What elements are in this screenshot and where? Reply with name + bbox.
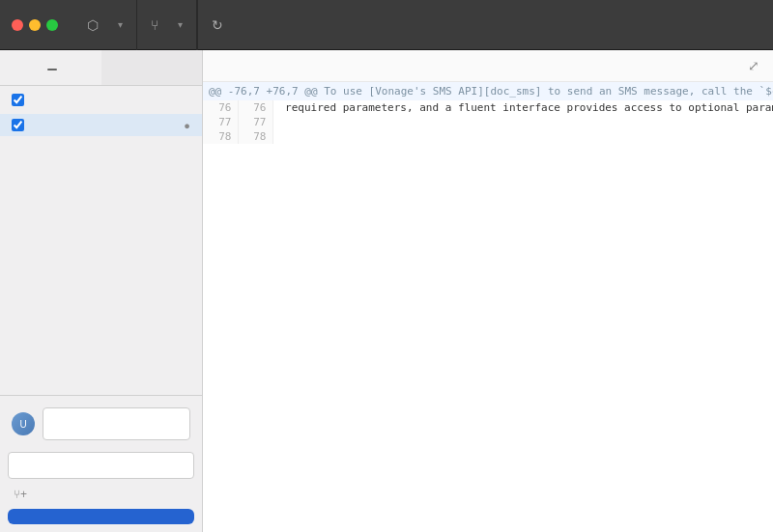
file-item-readme[interactable]: ● [0,114,202,136]
table-row: 78 78 [203,129,773,144]
commit-message-input[interactable] [43,407,190,440]
line-num-old: 76 [203,100,238,115]
close-button[interactable] [12,19,23,31]
line-num-old: 77 [203,115,238,129]
line-num-new: 78 [238,129,272,144]
tab-changes[interactable] [0,50,101,85]
maximize-button[interactable] [46,19,58,31]
select-all-checkbox[interactable] [12,94,24,106]
traffic-lights [12,19,58,31]
branch-section[interactable]: ⑂ ▾ [137,0,197,50]
tab-history[interactable] [101,50,203,85]
line-num-old: 78 [203,129,238,144]
table-row: 76 76 required parameters, and a fluent … [203,100,773,115]
commit-button[interactable] [8,509,194,524]
repo-section[interactable]: ⬡ ▾ [73,0,137,50]
file-checkbox-readme[interactable] [12,119,24,131]
repo-icon: ⬡ [87,17,99,33]
line-num-new: 76 [238,100,272,115]
hunk-header-1: @@ -76,7 +76,7 @@ To use [Vonage's SMS A… [203,82,773,100]
hunk-label-1: @@ -76,7 +76,7 @@ To use [Vonage's SMS A… [203,82,773,100]
changes-badge [47,69,57,70]
minimize-button[interactable] [29,19,41,31]
commit-author-row: U [8,404,194,448]
line-num-new: 77 [238,115,272,129]
diff-header: ⤢ [203,50,773,82]
line-code: required parameters, and a fluent interf… [272,100,773,115]
line-code [272,115,773,129]
sidebar-tabs [0,50,202,86]
sidebar-content: ● [0,86,202,395]
branch-action-icon: ⑂+ [12,486,29,503]
diff-panel: ⤢ @@ -76,7 +76,7 @@ To use [Vonage's SMS… [203,50,773,532]
branch-icon: ⑂ [151,17,158,33]
line-code [272,129,773,144]
avatar: U [12,412,35,435]
sidebar-bottom: U ⑂+ [0,395,202,532]
expand-icon[interactable]: ⤢ [748,58,759,73]
diff-content[interactable]: @@ -76,7 +76,7 @@ To use [Vonage's SMS A… [203,82,773,532]
fetch-origin-button[interactable]: ↻ [197,0,244,50]
branch-chevron-icon: ▾ [178,19,183,30]
repo-chevron-icon: ▾ [118,19,123,30]
sidebar: ● U ⑂+ [0,50,203,532]
table-row: 77 77 [203,115,773,129]
description-input[interactable] [8,452,194,479]
titlebar: ⬡ ▾ ⑂ ▾ ↻ [0,0,773,50]
changed-files-header [0,86,202,114]
file-modified-icon: ● [184,120,190,131]
fetch-icon: ↻ [212,17,223,33]
branch-actions-row: ⑂+ [8,482,194,505]
